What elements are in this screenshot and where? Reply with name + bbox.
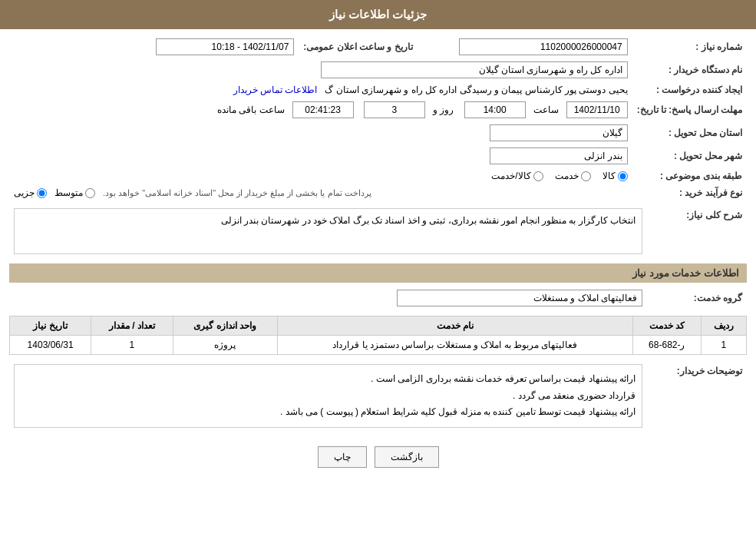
deadline-time-label: ساعت: [533, 104, 559, 115]
col-row-num: ردیف: [701, 316, 746, 336]
need-summary-value: انتخاب کارگزار به منظور انجام امور نقشه …: [14, 208, 642, 254]
buyer-notes-line3: ارائه پیشنهاد قیمت توسط تامین کننده به م…: [21, 404, 636, 421]
announcement-label: تاریخ و ساعت اعلان عمومی:: [299, 35, 417, 58]
need-number-label: شماره نیاز :: [632, 35, 747, 58]
services-section-title: اطلاعات خدمات مورد نیاز: [9, 263, 747, 283]
row-num: 1: [701, 336, 746, 355]
need-number-value: 1102000026000047: [459, 38, 628, 55]
category-radio-both-label: کالا/خدمت: [491, 171, 530, 181]
category-radio-khedmat[interactable]: خدمت: [555, 171, 591, 181]
process-radio-jozi-label: جزیی: [14, 187, 35, 198]
buyer-org-label: نام دستگاه خریدار :: [632, 58, 747, 81]
deadline-date: 1402/11/10: [566, 101, 628, 118]
process-radio-jozi[interactable]: جزیی: [14, 187, 47, 198]
process-radio-jozi-input[interactable]: [37, 188, 47, 198]
requester-label: ایجاد کننده درخواست :: [632, 81, 747, 98]
page-title: جزئیات اطلاعات نیاز: [0, 0, 756, 29]
deadline-time: 14:00: [464, 101, 526, 118]
category-radio-khedmat-input[interactable]: [581, 171, 591, 181]
service-code: ر-682-68: [632, 336, 701, 355]
buyer-notes-label: توضیحات خریدار:: [647, 361, 747, 431]
buyer-notes-line1: ارائه پیشنهاد قیمت براساس تعرفه خدمات نق…: [21, 371, 636, 388]
province-value: گیلان: [490, 124, 628, 141]
buyer-notes-box: ارائه پیشنهاد قیمت براساس تعرفه خدمات نق…: [14, 364, 642, 428]
process-note: پرداخت تمام یا بخشی از مبلغ خریدار از مح…: [103, 188, 371, 198]
service-group-value: فعالیتهای املاک و مستغلات: [397, 290, 642, 306]
process-radio-motavasset[interactable]: متوسط: [54, 187, 95, 198]
deadline-day-label: روز و: [433, 104, 454, 115]
need-summary-label: شرح کلی نیاز:: [647, 205, 747, 257]
print-button[interactable]: چاپ: [318, 446, 367, 468]
announcement-value: 1402/11/07 - 10:18: [156, 38, 294, 55]
category-radio-kala-input[interactable]: [618, 171, 628, 181]
col-service-code: کد خدمت: [632, 316, 701, 336]
need-date: 1403/06/31: [10, 336, 91, 355]
province-label: استان محل تحویل :: [632, 121, 747, 144]
deadline-days: 3: [364, 101, 425, 118]
requester-link[interactable]: اطلاعات تماس خریدار: [233, 84, 318, 95]
process-radio-motavasset-input[interactable]: [85, 188, 95, 198]
buyer-org-value: اداره کل راه و شهرسازی استان گیلان: [321, 61, 628, 78]
col-service-name: نام خدمت: [277, 316, 632, 336]
buyer-notes-line2: قرارداد حضوری منعقد می گردد .: [21, 388, 636, 405]
deadline-remaining: 02:41:23: [292, 101, 354, 118]
unit: پروژه: [173, 336, 277, 355]
buttons-row: بازگشت چاپ: [9, 435, 747, 479]
services-table: ردیف کد خدمت نام خدمت واحد اندازه گیری ت…: [9, 316, 747, 355]
category-radio-both-input[interactable]: [533, 171, 543, 181]
requester-value: یحیی دوستی پور کارشناس پیمان و رسیدگی اد…: [325, 84, 627, 95]
deadline-remaining-label: ساعت باقی مانده: [217, 104, 285, 115]
city-label: شهر محل تحویل :: [632, 144, 747, 167]
deadline-label: مهلت ارسال پاسخ: تا تاریخ:: [632, 98, 747, 121]
col-date: تاریخ نیاز: [10, 316, 91, 336]
category-radio-khedmat-label: خدمت: [555, 171, 579, 181]
process-label: نوع فرآیند خرید :: [632, 184, 747, 201]
city-value: بندر انزلی: [490, 147, 628, 164]
category-radio-kala[interactable]: کالا: [602, 171, 628, 181]
col-quantity: تعداد / مقدار: [91, 316, 173, 336]
quantity: 1: [91, 336, 173, 355]
category-radio-both[interactable]: کالا/خدمت: [491, 171, 543, 181]
category-radio-kala-label: کالا: [602, 171, 616, 181]
process-radio-motavasset-label: متوسط: [54, 187, 83, 198]
category-label: طبقه بندی موضوعی :: [632, 167, 747, 184]
back-button[interactable]: بازگشت: [375, 446, 439, 468]
col-unit: واحد اندازه گیری: [173, 316, 277, 336]
service-group-label: گروه خدمت:: [647, 287, 747, 310]
service-name: فعالیتهای مربوط به املاک و مستغلات براسا…: [277, 336, 632, 355]
table-row: 1 ر-682-68 فعالیتهای مربوط به املاک و مس…: [10, 336, 747, 355]
